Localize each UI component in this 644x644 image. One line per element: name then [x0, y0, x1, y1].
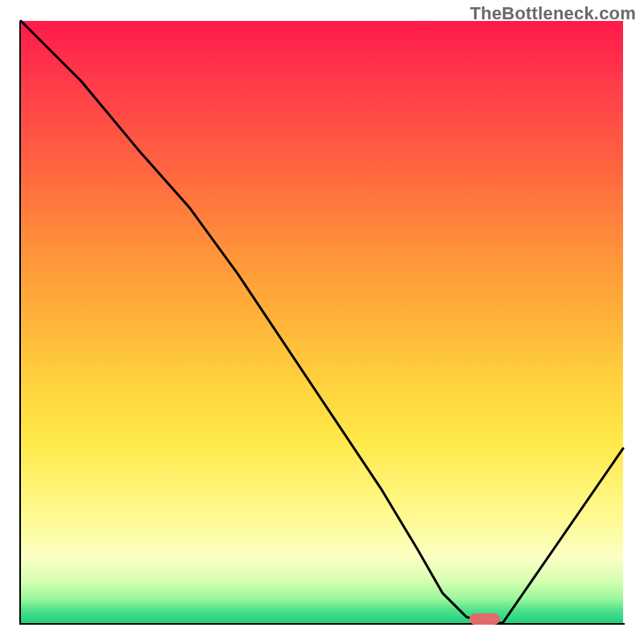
optimal-marker-icon [469, 613, 500, 625]
chart-container: TheBottleneck.com [0, 0, 644, 644]
x-axis [19, 623, 625, 625]
bottleneck-curve [21, 21, 623, 623]
